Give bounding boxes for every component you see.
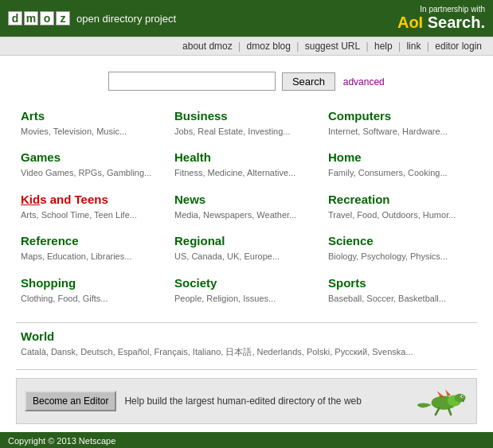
- cat-games-link[interactable]: Games: [21, 150, 61, 164]
- cat-computers-sub: Internet, Software, Hardware...: [328, 127, 448, 136]
- cat-kids-link[interactable]: Kids and Teens: [21, 193, 108, 206]
- navbar: about dmoz | dmoz blog | suggest URL | h…: [0, 37, 493, 56]
- cat-kids-sub: Arts, School Time, Teen Life...: [21, 210, 137, 220]
- cat-reference-link[interactable]: Reference: [21, 234, 79, 247]
- cat-society: Society People, Religion, Issues...: [170, 270, 323, 311]
- cat-computers: Computers Internet, Software, Hardware..…: [323, 103, 477, 144]
- bottom-divider: [16, 369, 477, 370]
- logo-o: o: [40, 11, 54, 25]
- cat-reference: Reference Maps, Education, Libraries...: [16, 228, 170, 269]
- nav-link[interactable]: link: [406, 41, 421, 52]
- become-editor-button[interactable]: Become an Editor: [25, 391, 116, 411]
- cat-business-sub: Jobs, Real Estate, Investing...: [174, 127, 291, 136]
- world-divider: [16, 322, 477, 323]
- cat-news-link[interactable]: News: [174, 193, 205, 206]
- cat-regional: Regional US, Canada, UK, Europe...: [170, 228, 323, 269]
- world-section: World Català, Dansk, Deutsch, Español, F…: [0, 326, 493, 366]
- cat-recreation: Recreation Travel, Food, Outdoors, Humor…: [323, 186, 477, 228]
- nav-suggest[interactable]: suggest URL: [305, 41, 360, 52]
- cat-health-link[interactable]: Health: [174, 150, 211, 164]
- logo-area: d m o z open directory project: [8, 11, 176, 25]
- cat-shopping-sub: Clothing, Food, Gifts...: [21, 294, 108, 303]
- cat-business-link[interactable]: Business: [174, 109, 228, 123]
- cat-games: Games Video Games, RPGs, Gambling...: [16, 144, 170, 185]
- gecko-mascot: [413, 385, 468, 417]
- header: d m o z open directory project In partne…: [0, 0, 493, 37]
- logo-tagline: open directory project: [76, 13, 176, 25]
- logo-d: d: [8, 11, 22, 25]
- nav-help[interactable]: help: [374, 41, 393, 52]
- cat-sports-link[interactable]: Sports: [328, 276, 366, 290]
- cat-reference-sub: Maps, Education, Libraries...: [21, 251, 131, 261]
- cat-regional-sub: US, Canada, UK, Europe...: [174, 251, 280, 261]
- advanced-link[interactable]: advanced: [343, 76, 385, 88]
- search-input[interactable]: [108, 72, 276, 91]
- cat-science-sub: Biology, Psychology, Physics...: [328, 251, 448, 261]
- col-0: Arts Movies, Television, Music... Games …: [16, 103, 170, 311]
- nav-editor-login[interactable]: editor login: [435, 41, 482, 52]
- cat-science: Science Biology, Psychology, Physics...: [323, 228, 477, 269]
- editor-banner: Become an Editor Help build the largest …: [16, 378, 477, 424]
- cat-sports-sub: Baseball, Soccer, Basketball...: [328, 294, 446, 303]
- cat-news-sub: Media, Newspapers, Weather...: [174, 210, 296, 220]
- cat-home-sub: Family, Consumers, Cooking...: [328, 168, 448, 177]
- cat-recreation-link[interactable]: Recreation: [328, 193, 390, 206]
- editor-description: Help build the largest human-edited dire…: [124, 395, 405, 407]
- cat-health: Health Fitness, Medicine, Alternative...: [170, 144, 323, 185]
- logo-box: d m o z: [8, 11, 70, 25]
- cat-health-sub: Fitness, Medicine, Alternative...: [174, 168, 295, 177]
- copyright-text: Copyright © 2013 Netscape: [8, 436, 115, 446]
- aol-logo: AoI Search.: [397, 14, 485, 32]
- cat-arts: Arts Movies, Television, Music...: [16, 103, 170, 144]
- col-2: Computers Internet, Software, Hardware..…: [323, 103, 477, 311]
- cat-sports: Sports Baseball, Soccer, Basketball...: [323, 270, 477, 311]
- cat-shopping: Shopping Clothing, Food, Gifts...: [16, 270, 170, 311]
- svg-line-6: [449, 409, 452, 415]
- search-area: Search advanced: [0, 56, 493, 103]
- logo-m: m: [24, 11, 38, 25]
- cat-kids: Kids and Teens Arts, School Time, Teen L…: [16, 186, 170, 228]
- logo-z: z: [56, 11, 70, 25]
- cat-arts-link[interactable]: Arts: [21, 109, 45, 123]
- categories-grid: Arts Movies, Television, Music... Games …: [0, 103, 493, 319]
- cat-computers-link[interactable]: Computers: [328, 109, 391, 123]
- cat-games-sub: Video Games, RPGs, Gambling...: [21, 168, 151, 177]
- cat-news: News Media, Newspapers, Weather...: [170, 186, 323, 228]
- copyright-bar: Copyright © 2013 Netscape: [0, 432, 493, 448]
- cat-business: Business Jobs, Real Estate, Investing...: [170, 103, 323, 144]
- search-button[interactable]: Search: [282, 72, 335, 91]
- cat-world-sub: Català, Dansk, Deutsch, Español, Françai…: [21, 347, 413, 356]
- cat-society-link[interactable]: Society: [174, 276, 217, 290]
- cat-regional-link[interactable]: Regional: [174, 234, 225, 247]
- col-1: Business Jobs, Real Estate, Investing...…: [170, 103, 323, 311]
- cat-society-sub: People, Religion, Issues...: [174, 294, 276, 303]
- cat-home-link[interactable]: Home: [328, 150, 362, 164]
- partnership-text: In partnership with: [397, 5, 485, 14]
- svg-point-4: [462, 396, 464, 398]
- cat-shopping-link[interactable]: Shopping: [21, 276, 76, 290]
- nav-blog[interactable]: dmoz blog: [247, 41, 291, 52]
- nav-about[interactable]: about dmoz: [182, 41, 233, 52]
- cat-science-link[interactable]: Science: [328, 234, 374, 247]
- cat-recreation-sub: Travel, Food, Outdoors, Humor...: [328, 210, 456, 220]
- cat-arts-sub: Movies, Television, Music...: [21, 127, 127, 136]
- svg-line-5: [436, 409, 439, 415]
- cat-world-link[interactable]: World: [21, 329, 54, 343]
- aol-partnership: In partnership with AoI Search.: [397, 5, 485, 32]
- cat-home: Home Family, Consumers, Cooking...: [323, 144, 477, 185]
